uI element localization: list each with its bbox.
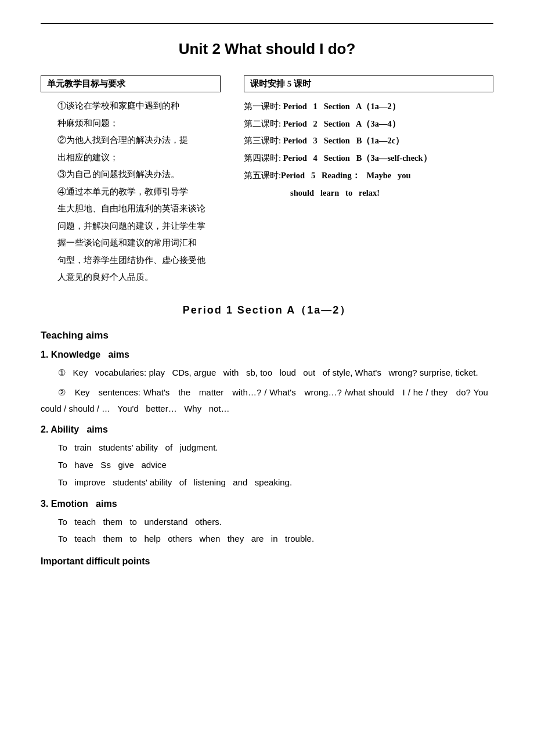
left-item-1: ①谈论在学校和家庭中遇到的种	[57, 98, 221, 114]
left-item-3: ③为自己的问题找到解决办法。	[57, 167, 221, 183]
periods-list: 第一课时: Period 1 Section A（1a—2） 第二课时: Per…	[244, 98, 493, 201]
top-divider	[41, 23, 493, 24]
left-item-4d: 握一些谈论问题和建议的常用词汇和	[57, 235, 221, 251]
left-item-2: ②为他人找到合理的解决办法，提	[57, 132, 221, 149]
emotion-aims-heading: 3. Emotion aims	[41, 499, 493, 509]
info-row: 单元教学目标与要求 ①谈论在学校和家庭中遇到的种 种麻烦和问题； ②为他人找到合…	[41, 75, 493, 287]
section-heading: Period 1 Section A（1a—2）	[41, 303, 493, 317]
left-item-4b: 生大胆地、自由地用流利的英语来谈论	[57, 201, 221, 217]
left-item-4: ④通过本单元的教学，教师引导学	[57, 184, 221, 200]
left-box-label: 单元教学目标与要求	[41, 75, 221, 92]
emotion-line-1: To teach them to understand others.	[41, 514, 493, 530]
period-4: 第四课时: Period 4 Section B（3a—self-check）	[244, 150, 493, 167]
ability-line-2: To have Ss give advice	[41, 457, 493, 473]
left-item-4f: 人意见的良好个人品质。	[57, 269, 221, 286]
period-2: 第二课时: Period 2 Section A（3a—4）	[244, 116, 493, 133]
knowledge-aims-heading: 1. Knowledge aims	[41, 350, 493, 360]
left-item-4e: 句型，培养学生团结协作、虚心接受他	[57, 253, 221, 269]
main-title: Unit 2 What should I do?	[41, 40, 493, 58]
emotion-line-2: To teach them to help others when they a…	[41, 531, 493, 547]
important-heading: Important difficult points	[41, 556, 493, 567]
ability-line-1: To train students' ability of judgment.	[41, 440, 493, 456]
right-section: 课时安排 5 课时 第一课时: Period 1 Section A（1a—2）…	[244, 75, 493, 201]
right-box-label: 课时安排 5 课时	[244, 75, 493, 92]
period-1: 第一课时: Period 1 Section A（1a—2）	[244, 98, 493, 116]
left-item-2b: 出相应的建议；	[57, 150, 221, 166]
knowledge-para-2: ② Key sentences: What's the matter with……	[41, 384, 493, 417]
teaching-aims-heading: Teaching aims	[41, 330, 493, 341]
left-content: ①谈论在学校和家庭中遇到的种 种麻烦和问题； ②为他人找到合理的解决办法，提 出…	[41, 98, 221, 286]
ability-aims-heading: 2. Ability aims	[41, 424, 493, 435]
left-section: 单元教学目标与要求 ①谈论在学校和家庭中遇到的种 种麻烦和问题； ②为他人找到合…	[41, 75, 221, 287]
knowledge-para-1: ① Key vocabularies: play CDs, argue with…	[41, 365, 493, 381]
period-5-cont: should learn to relax!	[244, 185, 493, 202]
left-item-4c: 问题，并解决问题的建议，并让学生掌	[57, 218, 221, 235]
period-5: 第五课时:Period 5 Reading： Maybe you	[244, 167, 493, 185]
left-item-1b: 种麻烦和问题；	[57, 116, 221, 132]
ability-line-3: To improve students' ability of listenin…	[41, 474, 493, 491]
period-3: 第三课时: Period 3 Section B（1a—2c）	[244, 132, 493, 150]
